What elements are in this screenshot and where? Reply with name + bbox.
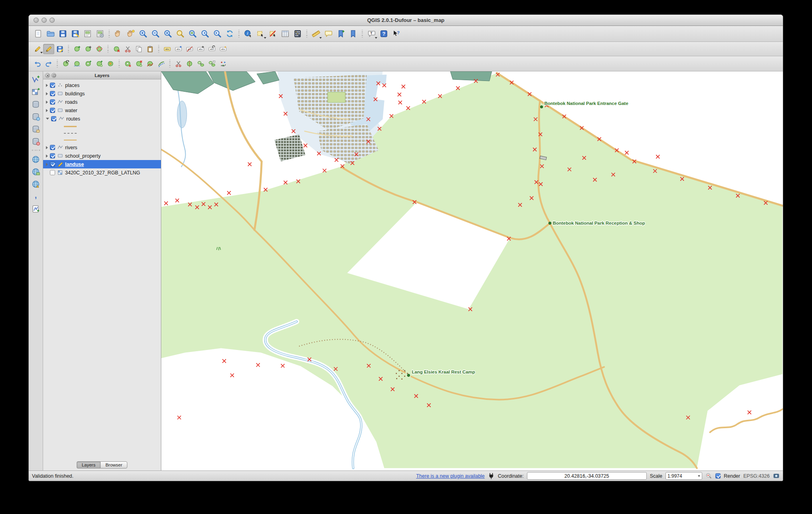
cut-features-button[interactable]	[122, 44, 133, 54]
layer-item-landuse[interactable]: landuse	[43, 160, 161, 168]
split-features-button[interactable]	[173, 59, 184, 69]
pan-map-button[interactable]	[112, 28, 125, 40]
title-bar[interactable]: QGIS 2.0.1-Dufour – basic_map	[29, 15, 783, 26]
simplify-feature-button[interactable]	[71, 59, 83, 69]
rotate-feature-button[interactable]	[60, 59, 71, 69]
panel-tab-layers[interactable]: Layers	[77, 461, 101, 469]
layer-item-school_property[interactable]: school_property	[43, 152, 161, 160]
layer-visibility-checkbox[interactable]	[50, 99, 55, 105]
layer-expand-arrow[interactable]	[46, 146, 48, 149]
add-part-button[interactable]	[94, 59, 105, 69]
new-project-button[interactable]	[32, 28, 44, 40]
stop-rendering-icon[interactable]	[705, 472, 712, 479]
add-spatialite-layer-button[interactable]	[30, 111, 42, 122]
new-shapefile-layer-button[interactable]	[30, 203, 42, 214]
layer-item-3420C_2010_327_RGB_LATLNG[interactable]: 3420C_2010_327_RGB_LATLNG	[43, 168, 161, 177]
symbology-item[interactable]	[43, 130, 161, 136]
zoom-window-button[interactable]	[50, 18, 55, 23]
layer-visibility-checkbox[interactable]	[50, 108, 55, 113]
add-vector-layer-button[interactable]	[30, 74, 42, 85]
merge-features-button[interactable]	[195, 59, 206, 69]
layer-expand-arrow[interactable]	[46, 101, 48, 104]
text-annotation-button[interactable]	[365, 28, 378, 40]
crs-status-icon[interactable]	[773, 472, 780, 479]
layer-expand-arrow[interactable]	[46, 84, 48, 87]
zoom-to-layer-button[interactable]	[186, 28, 199, 40]
layer-visibility-checkbox[interactable]	[50, 91, 55, 96]
zoom-last-button[interactable]	[199, 28, 211, 40]
labeling-options-button[interactable]	[162, 44, 173, 54]
zoom-to-selection-button[interactable]	[174, 28, 186, 40]
scale-combobox[interactable]: 1:9974	[665, 472, 702, 480]
coordinate-input[interactable]	[527, 472, 647, 480]
symbology-item[interactable]	[43, 123, 161, 130]
add-delimited-text-layer-button[interactable]	[30, 191, 42, 202]
panel-tab-browser[interactable]: Browser	[100, 461, 127, 469]
whats-this-button[interactable]	[390, 28, 402, 40]
layer-expand-arrow[interactable]	[46, 109, 48, 112]
plugin-icon[interactable]	[488, 472, 495, 479]
save-project-as-button[interactable]	[69, 28, 81, 40]
node-tool-button[interactable]	[94, 44, 105, 54]
zoom-full-button[interactable]	[162, 28, 174, 40]
layer-item-water[interactable]: water	[43, 106, 161, 115]
open-attribute-table-button[interactable]	[279, 28, 291, 40]
panel-close-button[interactable]	[45, 73, 50, 78]
layer-item-buildings[interactable]: buildings	[43, 89, 161, 98]
delete-ring-button[interactable]	[122, 59, 133, 69]
split-parts-button[interactable]	[184, 59, 195, 69]
minimize-window-button[interactable]	[42, 18, 47, 23]
identify-features-button[interactable]	[242, 28, 254, 40]
fill-ring-button[interactable]	[105, 59, 116, 69]
delete-part-button[interactable]	[133, 59, 145, 69]
open-project-button[interactable]	[44, 28, 57, 40]
plugin-link[interactable]: There is a new plugin available	[416, 473, 485, 479]
refresh-map-button[interactable]	[224, 28, 236, 40]
add-feature-button[interactable]	[71, 44, 83, 54]
add-wms-layer-button[interactable]	[30, 154, 42, 165]
new-bookmark-button[interactable]	[335, 28, 347, 40]
zoom-in-button[interactable]	[137, 28, 149, 40]
layer-visibility-checkbox[interactable]	[50, 162, 55, 167]
reshape-features-button[interactable]	[145, 59, 156, 69]
layer-item-places[interactable]: places	[43, 81, 161, 89]
add-raster-layer-button[interactable]	[30, 86, 42, 97]
layer-visibility-checkbox[interactable]	[50, 153, 55, 158]
current-edits-button[interactable]	[32, 44, 43, 54]
close-window-button[interactable]	[34, 18, 39, 23]
layer-item-roads[interactable]: roads	[43, 98, 161, 106]
merge-attributes-button[interactable]	[206, 59, 218, 69]
layer-visibility-checkbox[interactable]	[50, 83, 55, 88]
rotate-point-symbols-button[interactable]	[218, 59, 229, 69]
zoom-next-button[interactable]	[211, 28, 224, 40]
save-layer-edits-button[interactable]	[54, 44, 65, 54]
select-features-button[interactable]	[254, 28, 267, 40]
layer-expand-arrow[interactable]	[46, 118, 49, 120]
add-wcs-layer-button[interactable]	[30, 166, 42, 177]
move-feature-button[interactable]	[83, 44, 94, 54]
help-contents-button[interactable]	[378, 28, 390, 40]
copy-features-button[interactable]	[133, 44, 145, 54]
toggle-editing-button[interactable]	[43, 44, 54, 54]
new-print-composer-button[interactable]	[81, 28, 94, 40]
panel-float-button[interactable]	[51, 73, 56, 78]
composer-manager-button[interactable]	[94, 28, 106, 40]
paste-features-button[interactable]	[145, 44, 156, 54]
layer-expand-arrow[interactable]	[46, 92, 48, 95]
pan-to-selection-button[interactable]	[125, 28, 137, 40]
field-calculator-button[interactable]	[291, 28, 304, 40]
offset-curve-button[interactable]	[156, 59, 167, 69]
deselect-all-button[interactable]	[267, 28, 279, 40]
layer-expand-arrow[interactable]	[46, 154, 48, 158]
add-mssql-layer-button[interactable]	[30, 123, 42, 134]
show-hide-labels-button[interactable]	[184, 44, 195, 54]
pin-unpin-labels-button[interactable]	[173, 44, 184, 54]
undo-button[interactable]	[32, 59, 43, 69]
map-canvas[interactable]: Bontebok National Park Entrance Gate Bon…	[161, 71, 783, 471]
zoom-out-button[interactable]	[149, 28, 162, 40]
add-postgis-layer-button[interactable]	[30, 99, 42, 110]
redo-button[interactable]	[43, 59, 54, 69]
layer-item-rivers[interactable]: rivers	[43, 143, 161, 152]
map-tips-button[interactable]	[322, 28, 335, 40]
delete-selected-button[interactable]	[111, 44, 122, 54]
